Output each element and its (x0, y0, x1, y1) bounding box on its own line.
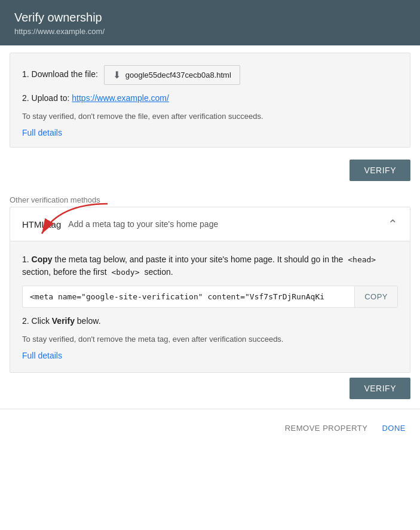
html-full-details-link[interactable]: Full details (22, 351, 62, 360)
header-title: Verify ownership (14, 11, 406, 24)
file-verify-row: VERIFY (0, 155, 420, 191)
file-step1-label: 1. Download the file: (22, 69, 98, 79)
html-body-code: <body> (109, 267, 142, 277)
file-step2: 2. Upload to: https://www.example.com/ (22, 92, 398, 105)
file-full-details-link[interactable]: Full details (22, 128, 62, 137)
footer: REMOVE PROPERTY DONE (0, 409, 420, 447)
other-methods-label: Other verification methods (0, 191, 420, 207)
remove-property-button[interactable]: REMOVE PROPERTY (285, 419, 368, 437)
html-tag-title: HTML tag (22, 219, 61, 229)
upload-url-link[interactable]: https://www.example.com/ (72, 93, 169, 103)
html-step1-text3: section. (142, 267, 173, 277)
html-stay-verified: To stay verified, don't remove the meta … (22, 335, 398, 344)
meta-tag-text: <meta name="google-site-verification" co… (23, 286, 354, 307)
file-method-panel: 1. Download the file: ⬇ google55decf437c… (10, 53, 410, 148)
html-tag-description: Add a meta tag to your site's home page (68, 219, 218, 229)
file-step2-label: 2. Upload to: (22, 93, 69, 103)
main-content: 1. Download the file: ⬇ google55decf437c… (0, 45, 420, 409)
copy-button[interactable]: COPY (354, 286, 397, 307)
html-tag-accordion-content: 1. Copy the meta tag below, and paste it… (10, 241, 410, 373)
download-icon: ⬇ (113, 69, 121, 81)
accordion-left: HTML tag Add a meta tag to your site's h… (22, 219, 218, 229)
chevron-up-icon: ⌃ (388, 217, 398, 231)
header: Verify ownership https://www.example.com… (0, 0, 420, 45)
download-button[interactable]: ⬇ google55decf437cecb0a8.html (104, 65, 240, 85)
done-button[interactable]: DONE (382, 419, 406, 437)
file-step1: 1. Download the file: ⬇ google55decf437c… (22, 65, 398, 85)
html-step2: 2. Click Verify below. (22, 315, 398, 327)
file-stay-verified: To stay verified, don't remove the file,… (22, 112, 398, 121)
html-step1-prefix: 1. (22, 255, 32, 264)
html-step2-text2: below. (75, 316, 101, 326)
download-filename: google55decf437cecb0a8.html (125, 71, 231, 79)
html-step1: 1. Copy the meta tag below, and paste it… (22, 253, 398, 278)
header-url: https://www.example.com/ (14, 27, 406, 36)
html-step1-text: the meta tag below, and paste it into yo… (53, 255, 346, 264)
meta-tag-row: <meta name="google-site-verification" co… (22, 286, 398, 308)
html-verify-row: VERIFY (0, 373, 420, 409)
html-step2-bold: Verify (52, 316, 75, 326)
html-step1-text2: section, before the first (22, 267, 109, 277)
html-step1-bold: Copy (32, 255, 53, 264)
html-tag-accordion-header[interactable]: HTML tag Add a meta tag to your site's h… (10, 207, 410, 241)
html-step2-text1: 2. Click (22, 316, 52, 326)
html-verify-button[interactable]: VERIFY (350, 378, 410, 399)
file-verify-button[interactable]: VERIFY (350, 160, 410, 181)
html-head-code: <head> (345, 255, 378, 265)
